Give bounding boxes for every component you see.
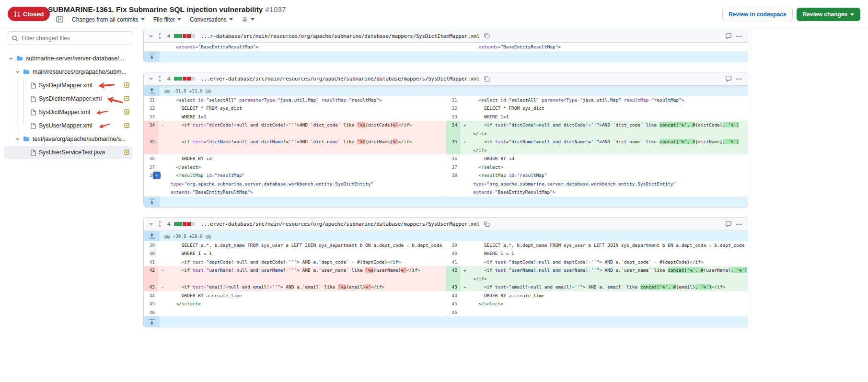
file-comment-button[interactable]: [725, 220, 732, 227]
code-cell[interactable]: SELECT * FROM sys_dict: [469, 104, 748, 113]
line-number[interactable]: [144, 43, 158, 51]
add-comment-button[interactable]: +: [153, 172, 161, 179]
line-number[interactable]: 40: [144, 249, 158, 258]
code-cell[interactable]: <select id="selectAll" parameterType="ja…: [167, 96, 446, 104]
line-number[interactable]: 32: [446, 104, 461, 113]
code-cell[interactable]: <if test="userName!=null and userName!='…: [167, 266, 446, 283]
expand-up-button[interactable]: [144, 86, 160, 96]
line-number[interactable]: 45: [446, 300, 461, 308]
code-cell[interactable]: extends="BaseEntityResultMap">: [469, 43, 748, 51]
diff-settings-dropdown[interactable]: [242, 16, 255, 23]
line-number[interactable]: 41: [144, 258, 158, 266]
file-comment-button[interactable]: [725, 33, 732, 39]
copy-path-button[interactable]: [484, 221, 490, 227]
tree-file-sysdictmapper-xml[interactable]: SysDictMapper.xml: [4, 105, 132, 119]
code-cell[interactable]: <if test="email!=null and email!=''"> AN…: [469, 283, 748, 291]
copy-path-button[interactable]: [484, 76, 490, 82]
code-cell[interactable]: <if test="userName!=null and userName!='…: [469, 266, 748, 283]
code-cell[interactable]: [167, 308, 446, 317]
line-number[interactable]: [144, 188, 158, 197]
expand-down-button[interactable]: [144, 197, 160, 207]
tree-file-sysdictitemmapper-xml[interactable]: SysDictItemMapper.xml: [4, 92, 132, 105]
copy-path-button[interactable]: [484, 33, 490, 39]
code-cell[interactable]: <if test="dictCode!=null and dictCode!='…: [469, 121, 748, 138]
code-cell[interactable]: WHERE 1=1: [469, 113, 748, 121]
line-number[interactable]: 34: [144, 121, 158, 138]
sidebar-collapse-icon[interactable]: [56, 16, 63, 23]
line-number[interactable]: [144, 180, 158, 188]
line-number[interactable]: 43: [144, 283, 158, 291]
line-number[interactable]: 35: [446, 138, 461, 154]
file-comment-button[interactable]: [725, 75, 732, 82]
line-number[interactable]: 32: [144, 104, 158, 113]
code-cell[interactable]: ORDER BY a.create_time: [167, 291, 446, 300]
line-number[interactable]: 37: [446, 163, 461, 172]
line-number[interactable]: 31: [446, 96, 461, 104]
line-number[interactable]: 40: [446, 249, 461, 258]
line-number[interactable]: 33: [144, 113, 158, 121]
tree-folder-test-java-org-apache-submarine-s-[interactable]: test/java/org/apache/submarine/s...: [4, 132, 132, 146]
drag-move-icon[interactable]: [157, 220, 162, 227]
line-number[interactable]: 34: [446, 121, 461, 138]
code-cell[interactable]: SELECT a.*, b.dept_name FROM sys_user a …: [469, 241, 748, 250]
code-cell[interactable]: </select>: [167, 300, 446, 308]
code-cell[interactable]: <if test="dictCode!=null and dictCode!='…: [167, 121, 446, 138]
tree-file-sysusermapper-xml[interactable]: SysUserMapper.xml: [4, 119, 132, 132]
tree-file-sysdeptmapper-xml[interactable]: SysDeptMapper.xml: [4, 79, 132, 92]
code-cell[interactable]: extends="BaseEntityResultMap">: [167, 188, 446, 197]
tree-folder-main-resources-org-apache-subm-[interactable]: main/resources/org/apache/subm...: [4, 65, 132, 79]
code-cell[interactable]: type="org.apache.submarine.server.databa…: [167, 180, 446, 188]
code-cell[interactable]: ORDER BY id: [469, 154, 748, 163]
line-number[interactable]: 35: [144, 138, 158, 154]
code-cell[interactable]: <if test="dictName!=null and dictName!='…: [167, 138, 446, 154]
code-cell[interactable]: </select>: [167, 163, 446, 172]
conversations-dropdown[interactable]: Conversations: [190, 16, 233, 23]
code-cell[interactable]: <if test="email!=null and email!=''"> AN…: [167, 283, 446, 291]
commits-dropdown[interactable]: Changes from all commits: [72, 16, 145, 23]
line-number[interactable]: 43: [446, 283, 461, 291]
line-number[interactable]: [446, 188, 461, 197]
expand-down-button[interactable]: [144, 316, 160, 327]
code-cell[interactable]: <resultMap id="resultMap": [167, 171, 446, 180]
line-number[interactable]: 42: [144, 266, 158, 283]
code-cell[interactable]: ORDER BY id: [167, 154, 446, 163]
line-number[interactable]: 42: [446, 266, 461, 283]
code-cell[interactable]: </select>: [469, 163, 748, 172]
code-cell[interactable]: <if test="dictName!=null and dictName!='…: [469, 138, 748, 154]
code-cell[interactable]: WHERE 1=1: [167, 113, 446, 121]
code-cell[interactable]: extends="BaseEntityResultMap">: [469, 188, 748, 197]
code-cell[interactable]: ORDER BY a.create_time: [469, 291, 748, 300]
line-number[interactable]: 31: [144, 96, 158, 104]
line-number[interactable]: 46: [446, 308, 461, 317]
file-options-kebab-button[interactable]: ⋯: [736, 220, 743, 228]
collapse-file-button[interactable]: [149, 76, 153, 81]
code-cell[interactable]: <if test="deptCode!=null and deptCode!='…: [167, 258, 446, 266]
line-number[interactable]: 39: [144, 241, 158, 250]
file-options-kebab-button[interactable]: ⋯: [736, 75, 743, 82]
code-cell[interactable]: type="org.apache.submarine.server.databa…: [469, 180, 748, 188]
code-cell[interactable]: </select>: [469, 300, 748, 308]
file-filter-dropdown[interactable]: File filter: [153, 16, 181, 23]
line-number[interactable]: 44: [446, 291, 461, 300]
tree-file-sysuserservicetest-java[interactable]: SysUserServiceTest.java: [4, 146, 132, 159]
code-cell[interactable]: SELECT * FROM sys_dict: [167, 104, 446, 113]
review-in-codespace-button[interactable]: Review in codespace: [722, 8, 793, 21]
line-number[interactable]: 39: [446, 241, 461, 250]
collapse-file-button[interactable]: [149, 34, 153, 38]
review-changes-button[interactable]: Review changes: [797, 8, 860, 21]
line-number[interactable]: 44: [144, 291, 158, 300]
line-number[interactable]: [446, 180, 461, 188]
expand-down-button[interactable]: [144, 51, 160, 62]
line-number[interactable]: 45: [144, 300, 158, 308]
code-cell[interactable]: WHERE 1 = 1: [469, 249, 748, 258]
line-number[interactable]: 46: [144, 308, 158, 317]
filter-changed-files-input[interactable]: [8, 31, 132, 45]
code-cell[interactable]: <resultMap id="resultMap": [469, 171, 748, 180]
code-cell[interactable]: WHERE 1 = 1: [167, 249, 446, 258]
code-cell[interactable]: <if test="deptCode!=null and deptCode!='…: [469, 258, 748, 266]
collapse-file-button[interactable]: [149, 221, 153, 226]
line-number[interactable]: 36: [144, 154, 158, 163]
line-number[interactable]: [446, 43, 461, 51]
code-cell[interactable]: extends="BaseEntityResultMap">: [167, 43, 446, 51]
line-number[interactable]: 41: [446, 258, 461, 266]
